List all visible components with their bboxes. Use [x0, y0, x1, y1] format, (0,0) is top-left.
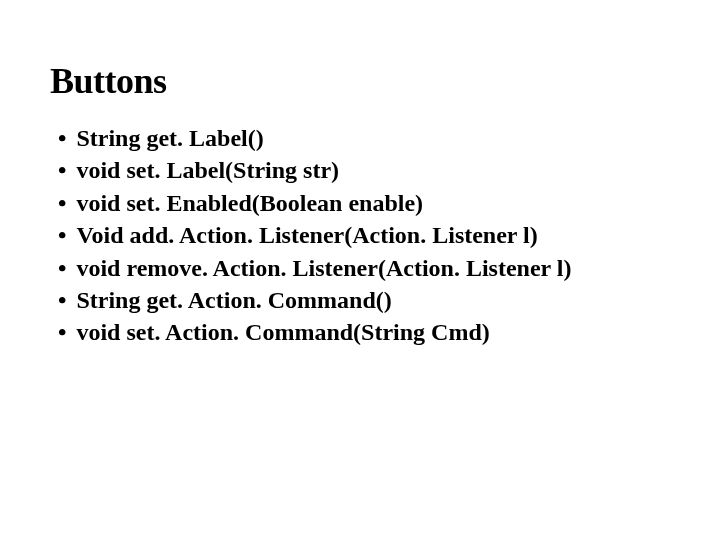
bullet-text: void set. Action. Command(String Cmd) [76, 316, 670, 348]
bullet-text: void remove. Action. Listener(Action. Li… [76, 252, 670, 284]
list-item: • String get. Action. Command() [58, 284, 670, 316]
list-item: • void remove. Action. Listener(Action. … [58, 252, 670, 284]
list-item: • void set. Enabled(Boolean enable) [58, 187, 670, 219]
list-item: • String get. Label() [58, 122, 670, 154]
bullet-icon: • [58, 219, 66, 251]
slide-title: Buttons [50, 60, 670, 102]
bullet-text: void set. Enabled(Boolean enable) [76, 187, 670, 219]
list-item: • void set. Label(String str) [58, 154, 670, 186]
bullet-list: • String get. Label() • void set. Label(… [50, 122, 670, 349]
bullet-text: String get. Label() [76, 122, 670, 154]
bullet-icon: • [58, 154, 66, 186]
bullet-icon: • [58, 316, 66, 348]
bullet-icon: • [58, 252, 66, 284]
list-item: • Void add. Action. Listener(Action. Lis… [58, 219, 670, 251]
bullet-icon: • [58, 187, 66, 219]
list-item: • void set. Action. Command(String Cmd) [58, 316, 670, 348]
bullet-text: Void add. Action. Listener(Action. Liste… [76, 219, 670, 251]
bullet-text: void set. Label(String str) [76, 154, 670, 186]
bullet-text: String get. Action. Command() [76, 284, 670, 316]
bullet-icon: • [58, 284, 66, 316]
bullet-icon: • [58, 122, 66, 154]
